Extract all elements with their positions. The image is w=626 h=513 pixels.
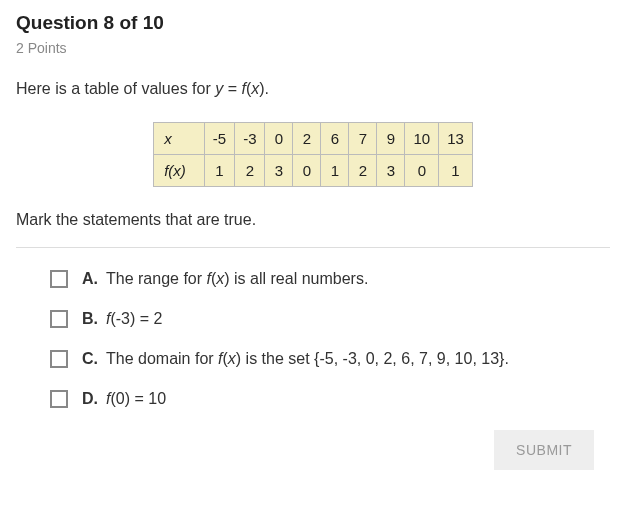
choice-b-text: (-3) = 2 [110, 310, 162, 327]
choice-text: The domain for f(x) is the set {-5, -3, … [106, 350, 509, 368]
f-val: 1 [439, 155, 473, 187]
checkbox-b[interactable] [50, 310, 68, 328]
choice-text: f(-3) = 2 [106, 310, 162, 328]
question-points: 2 Points [16, 40, 610, 56]
intro-rp: ). [259, 80, 269, 97]
x-val: 0 [265, 123, 293, 155]
fx-x: x [173, 162, 181, 179]
submit-button[interactable]: SUBMIT [494, 430, 594, 470]
f-val: 1 [204, 155, 234, 187]
checkbox-c[interactable] [50, 350, 68, 368]
submit-row: SUBMIT [16, 430, 610, 470]
x-val: 10 [405, 123, 439, 155]
choice-text: f(0) = 10 [106, 390, 166, 408]
checkbox-d[interactable] [50, 390, 68, 408]
f-val: 0 [293, 155, 321, 187]
x-val: -3 [235, 123, 265, 155]
choice-c: C. The domain for f(x) is the set {-5, -… [50, 350, 610, 368]
choices-list: A. The range for f(x) is all real number… [16, 270, 610, 408]
choice-b: B. f(-3) = 2 [50, 310, 610, 328]
x-val: 13 [439, 123, 473, 155]
table-row: x -5 -3 0 2 6 7 9 10 13 [154, 123, 473, 155]
divider [16, 247, 610, 248]
fx-header: f(x) [154, 155, 205, 187]
instruction-text: Mark the statements that are true. [16, 211, 610, 229]
x-val: 6 [321, 123, 349, 155]
x-val: 2 [293, 123, 321, 155]
x-val: 7 [349, 123, 377, 155]
f-val: 0 [405, 155, 439, 187]
x-val: -5 [204, 123, 234, 155]
choice-text: The range for f(x) is all real numbers. [106, 270, 368, 288]
choice-c-t1: The domain for [106, 350, 218, 367]
f-val: 3 [377, 155, 405, 187]
choice-a-t1: The range for [106, 270, 207, 287]
choice-letter: B. [82, 310, 98, 328]
f-val: 3 [265, 155, 293, 187]
f-val: 2 [235, 155, 265, 187]
choice-letter: C. [82, 350, 98, 368]
x-val: 9 [377, 123, 405, 155]
choice-d-text: (0) = 10 [110, 390, 166, 407]
checkbox-a[interactable] [50, 270, 68, 288]
choice-d: D. f(0) = 10 [50, 390, 610, 408]
intro-prefix: Here is a table of values for [16, 80, 215, 97]
table-row: f(x) 1 2 3 0 1 2 3 0 1 [154, 155, 473, 187]
f-val: 1 [321, 155, 349, 187]
intro-text: Here is a table of values for y = f(x). [16, 80, 610, 98]
choice-c-t2: is the set {-5, -3, 0, 2, 6, 7, 9, 10, 1… [241, 350, 509, 367]
fx-rp: ) [181, 162, 186, 179]
question-title: Question 8 of 10 [16, 12, 610, 34]
x-label: x [164, 130, 172, 147]
choice-a-t2: is all real numbers. [230, 270, 369, 287]
values-table: x -5 -3 0 2 6 7 9 10 13 f(x) 1 2 3 0 1 2… [153, 122, 473, 187]
choice-c-x: x [228, 350, 236, 367]
choice-letter: A. [82, 270, 98, 288]
x-header: x [154, 123, 205, 155]
choice-letter: D. [82, 390, 98, 408]
table-wrap: x -5 -3 0 2 6 7 9 10 13 f(x) 1 2 3 0 1 2… [16, 122, 610, 187]
f-val: 2 [349, 155, 377, 187]
intro-eq: = [223, 80, 241, 97]
choice-a: A. The range for f(x) is all real number… [50, 270, 610, 288]
